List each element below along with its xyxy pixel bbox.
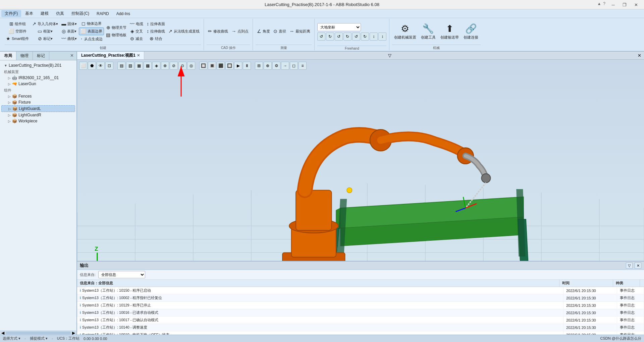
ribbon-btn-modify-curve[interactable]: ✏ 修改曲线 (207, 28, 229, 35)
ribbon-btn-empty-part[interactable]: ⬜ 空部件 (5, 28, 30, 35)
vp-btn-t8[interactable]: ⊙ (178, 62, 186, 70)
vp-btn-render2[interactable]: 🔳 (208, 62, 216, 70)
vp-btn-render6[interactable]: ⏸ (243, 62, 251, 70)
left-panel-close-btn[interactable]: ✕ (67, 52, 76, 60)
tree-item-workpiece[interactable]: ▷ 📦 Workpiece (1, 118, 75, 124)
tree-root[interactable]: ▼ LaserCutting_Practise(B).201 (1, 62, 75, 68)
ribbon-btn-physics-joint[interactable]: ⊕ 物理关节 (105, 24, 128, 31)
tree-item-lightguardr[interactable]: ▷ 📦 LightGuardR (1, 112, 75, 118)
vp-btn-grid[interactable]: ⊞ (255, 62, 263, 70)
output-close-btn[interactable]: ✕ (635, 263, 641, 269)
vp-btn-robot[interactable]: ⚙ (272, 62, 280, 70)
restore-button[interactable]: ❐ (619, 1, 630, 8)
ribbon-btn-extrude-curve[interactable]: ↕ 拉伸曲线 (145, 28, 166, 35)
viewport-float-btn[interactable]: ✕ (635, 52, 644, 59)
left-tab-layout[interactable]: 布局 (0, 52, 16, 60)
menu-item-simulation[interactable]: 仿真 (53, 10, 67, 17)
menu-item-modeling[interactable]: 建模 (37, 10, 52, 17)
viewport-3d[interactable]: ⬜ ⬟ 👁 ⊡ ▤ ▧ ▦ ▩ ◈ ⊕ ⊘ ⊙ ◎ 🔲 🔳 ⬛ 🔲 ▶ (77, 60, 644, 261)
vp-btn-t4[interactable]: ▩ (144, 62, 152, 70)
left-panel-scrollbar[interactable]: ◀ ▶ (0, 331, 76, 335)
freehand-btn-3[interactable]: ↺ (335, 33, 343, 41)
ribbon-group-cad-buttons: ✏ 修改曲线 → 点到点 (207, 19, 250, 44)
vp-btn-t6[interactable]: ⊕ (161, 62, 169, 70)
ribbon-btn-points-to-edge[interactable]: ⬝ 从点生成边 (79, 36, 104, 43)
left-tab-physics[interactable]: 物理 (16, 52, 33, 60)
viewport-tab-close-btn[interactable]: ✕ (137, 53, 140, 58)
menu-item-controller[interactable]: 控制器(C) (68, 10, 93, 17)
ribbon-btn-curve[interactable]: 〰 曲线▾ (60, 35, 78, 42)
vp-btn-t5[interactable]: ◈ (152, 62, 160, 70)
ribbon-btn-mark[interactable]: ⊘ 标记▾ (31, 35, 59, 42)
vp-btn-select-poly[interactable]: ⬟ (88, 62, 96, 70)
minimize-button[interactable]: ─ (608, 1, 619, 8)
vp-btn-t1[interactable]: ▤ (117, 62, 125, 70)
viewport-collapse-btn[interactable]: ▽ (385, 52, 394, 59)
menu-item-rapid[interactable]: RAPID (93, 11, 112, 17)
ribbon-btn-subtract[interactable]: ⊖ 减去 (128, 35, 145, 42)
status-capture-mode[interactable]: 捕捉模式 ▾ (30, 336, 48, 341)
coordinate-dropdown[interactable]: 大地坐标 局部坐标 工件坐标 (317, 23, 361, 31)
vp-btn-render1[interactable]: 🔲 (199, 62, 207, 70)
freehand-btn-4[interactable]: ↻ (343, 33, 352, 41)
ribbon-btn-union[interactable]: ⊗ 结合 (145, 35, 166, 42)
ribbon-btn-diameter[interactable]: ⊙ 直径 (272, 28, 287, 35)
scroll-right-btn[interactable]: ▶ (72, 331, 75, 335)
vp-btn-path[interactable]: → (281, 62, 289, 70)
viewport-tab-main[interactable]: LaserCutting_Practise:视图1 ✕ (77, 52, 144, 59)
left-tab-marks[interactable]: 标记 (33, 52, 49, 60)
ribbon-btn-solid[interactable]: ▬ 固体▾ (60, 20, 78, 27)
output-float-btn[interactable]: ▽ (626, 263, 633, 269)
ribbon-btn-cable[interactable]: 〰 电缆 (128, 20, 145, 27)
freehand-btn-6[interactable]: ↻ (361, 33, 369, 41)
vp-btn-t3[interactable]: ▦ (135, 62, 143, 70)
tree-item-fences[interactable]: ▷ 📦 Fences (1, 93, 75, 99)
freehand-btn-7[interactable]: ↕ (370, 33, 378, 41)
ribbon-btn-normal-line[interactable]: ↗ 从法线生成直线 (167, 28, 201, 35)
vp-btn-render4[interactable]: 🔲 (225, 62, 233, 70)
vp-btn-t9[interactable]: ◎ (187, 62, 195, 70)
ribbon-btn-create-tool[interactable]: 🔧 创建工具 (419, 22, 437, 41)
vp-btn-wobj[interactable]: ◻ (290, 62, 298, 70)
ribbon-btn-smart[interactable]: ★ Smart组件 (5, 35, 30, 42)
ribbon-btn-surface[interactable]: ◎ 表面▾ (60, 28, 78, 35)
vp-btn-settings[interactable]: ≡ (299, 62, 307, 70)
ribbon-btn-extrude-surface[interactable]: ↕ 拉伸表面 (145, 20, 166, 27)
vp-btn-render3[interactable]: ⬛ (217, 62, 225, 70)
scroll-left-btn[interactable]: ◀ (1, 331, 4, 335)
ribbon-btn-frame[interactable]: ▭ 框架▾ (31, 28, 59, 35)
tree-item-irb2600[interactable]: ▷ 🤖 IRB2600_12_165__01 (1, 75, 75, 81)
ribbon-btn-physics-floor[interactable]: ▤ 物理地板 (105, 32, 128, 39)
freehand-btn-5[interactable]: ↺ (352, 33, 360, 41)
menu-item-file[interactable]: 文件(F) (1, 10, 21, 17)
menu-item-addins[interactable]: Add-Ins (113, 11, 133, 17)
freehand-btn-1[interactable]: ↺ (317, 33, 325, 41)
ribbon-btn-import-geometry[interactable]: ↗ 导入几何体▾ (31, 20, 59, 27)
vp-btn-axes[interactable]: ⊕ (264, 62, 272, 70)
ribbon-btn-group[interactable]: ⊞ 组件组 (5, 20, 30, 27)
close-button[interactable]: ✕ (631, 1, 641, 8)
vp-btn-t7[interactable]: ⊘ (170, 62, 178, 70)
vp-btn-t2[interactable]: ▧ (126, 62, 134, 70)
vp-btn-render5[interactable]: ▶ (234, 62, 242, 70)
vp-btn-view[interactable]: 👁 (97, 62, 105, 70)
tree-item-lightguardl[interactable]: ▷ 📦 LightGuardL (1, 105, 75, 112)
ribbon-btn-create-mechanism[interactable]: ⚙ 创建机械装置 (393, 22, 418, 41)
tree-item-lasergun[interactable]: ▷ 🔫 LaserGun (1, 81, 75, 87)
vp-btn-select-rect[interactable]: ⬜ (79, 62, 87, 70)
ribbon-btn-body-boundary[interactable]: ◻ 物体边界 (79, 20, 104, 27)
tree-item-fixture[interactable]: ▷ 📦 Fixture (1, 99, 75, 105)
status-selection-mode[interactable]: 选择方式 ▾ (3, 336, 20, 341)
freehand-btn-2[interactable]: ↻ (326, 33, 334, 41)
ribbon-btn-point-to-point[interactable]: → 点到点 (230, 28, 250, 35)
ribbon-btn-intersect[interactable]: ◈ 交叉 (128, 28, 145, 35)
ribbon-btn-shortest-distance[interactable]: ↔ 最短距离 (288, 28, 312, 35)
ribbon-btn-create-connection[interactable]: 🔗 创建连接 (462, 22, 480, 41)
ribbon-btn-angle[interactable]: ∠ 角度 (256, 28, 271, 35)
menu-item-basic[interactable]: 基本 (22, 10, 37, 17)
freehand-btn-8[interactable]: ↕ (378, 33, 386, 41)
ribbon-btn-surface-boundary[interactable]: ⬜ 表面边界 (79, 27, 104, 35)
ribbon-btn-create-conveyor[interactable]: ⬆ 创建输送带 (439, 22, 460, 41)
filter-select[interactable]: 全部信息 系统 用户 (98, 271, 145, 278)
vp-btn-zoom-fit[interactable]: ⊡ (105, 62, 113, 70)
